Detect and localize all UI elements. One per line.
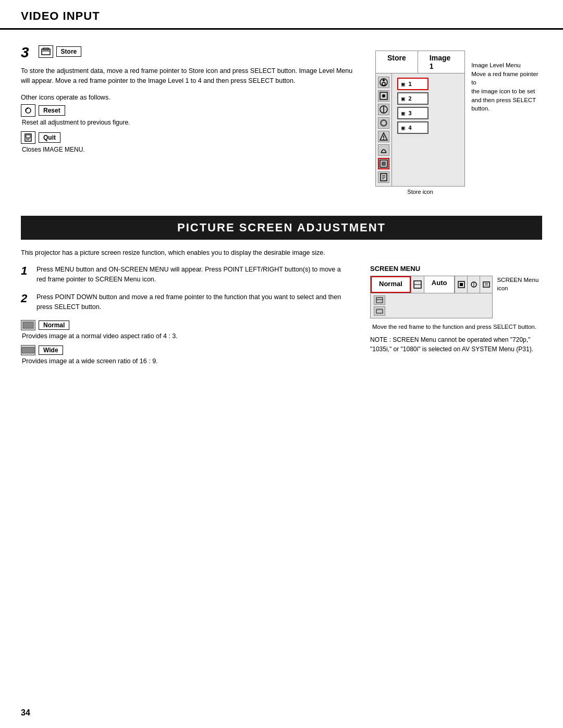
psa-intro: This projector has a picture screen resi… [21, 249, 542, 256]
psa-step2-num: 2 [21, 292, 32, 313]
psa-left: 1 Press MENU button and ON-SCREEN MENU w… [21, 265, 349, 370]
normal-label: Normal [39, 320, 69, 330]
reset-text: Reset all adjustment to previous figure. [22, 119, 354, 126]
svg-rect-41 [376, 309, 383, 310]
sm-move-text: Move the red frame to the function and p… [372, 323, 542, 331]
reset-icon [21, 104, 35, 117]
video-input-left: 3 Store To store the adjustment data, mo… [21, 45, 354, 195]
psa-header: PICTURE SCREEN ADJUSTMENT [21, 216, 542, 240]
diagram-annotation: Image Level MenuMove a red frame pointer… [471, 51, 542, 113]
svg-point-19 [383, 139, 384, 140]
quit-row: Quit [21, 131, 354, 144]
quit-icon [21, 131, 35, 144]
reset-row: Reset [21, 104, 354, 117]
svg-rect-38 [376, 298, 383, 303]
psa-step1-num: 1 [21, 265, 32, 285]
store-label: Store [56, 46, 82, 57]
psa-section: 1 Press MENU button and ON-SCREEN MENU w… [21, 265, 542, 370]
wide-desc: Provides image at a wide screen ratio of… [22, 357, 349, 365]
store-icon-label: Store icon [407, 189, 433, 195]
sm-icon-b [467, 276, 480, 293]
diag-icon-8 [378, 171, 389, 183]
diag-icon-2 [378, 90, 389, 102]
page-header: VIDEO INPUT [0, 0, 563, 30]
wide-label: Wide [39, 346, 63, 355]
diagram-levels-col: ▣ 1 ▣ 2 ▣ 3 [392, 73, 434, 186]
svg-rect-5 [26, 135, 30, 138]
psa-step2: 2 Press POINT DOWN button and move a red… [21, 292, 349, 313]
normal-desc: Provides image at a normal video aspect … [22, 332, 349, 340]
svg-point-9 [383, 79, 385, 81]
diag-icon-7 [378, 158, 389, 169]
normal-icon [21, 320, 35, 330]
store-icon-row: Store [39, 45, 82, 58]
svg-point-12 [382, 94, 385, 97]
diag-icon-5 [378, 131, 389, 142]
svg-point-10 [382, 82, 385, 85]
video-input-right: Store Image 1 [375, 45, 542, 195]
reset-label: Reset [39, 105, 65, 116]
sm-icon-c [480, 276, 492, 293]
page-number: 34 [21, 708, 30, 718]
page-title: VIDEO INPUT [21, 9, 542, 23]
store-icon [39, 45, 53, 58]
screen-menu-icon-label: SCREEN Menu icon [497, 277, 538, 291]
screen-menu-diagram: Normal Auto [370, 276, 493, 318]
screen-menu-title: SCREEN MENU [370, 265, 542, 273]
svg-rect-35 [483, 282, 489, 287]
svg-rect-28 [22, 347, 34, 353]
svg-rect-40 [376, 310, 383, 313]
sm-icon-a [455, 276, 467, 293]
wide-option-row: Wide [21, 345, 349, 355]
svg-rect-22 [382, 162, 386, 166]
psa-note: NOTE : SCREEN Menu cannot be operated wh… [370, 335, 542, 354]
sm-mid-icon [411, 276, 424, 293]
quit-text: Closes IMAGE MENU. [22, 146, 354, 153]
step3-number: 3 [21, 45, 29, 60]
sm-right-icons [455, 276, 492, 293]
normal-option-row: Normal [21, 320, 349, 330]
diag-icon-4 [378, 117, 389, 129]
store-diagram: Store Image 1 [375, 51, 465, 187]
level-2: ▣ 2 [397, 92, 429, 105]
psa-step2-text: Press POINT DOWN button and move a red f… [36, 292, 349, 313]
diagram-store-label: Store [376, 51, 418, 73]
svg-point-16 [382, 121, 386, 125]
video-input-section: 3 Store To store the adjustment data, mo… [21, 45, 542, 195]
sm-normal-cell: Normal [371, 276, 411, 293]
diag-icon-6 [378, 144, 389, 156]
screen-menu-annotation: SCREEN Menu icon [497, 276, 542, 292]
quit-label: Quit [39, 132, 60, 143]
psa-step1: 1 Press MENU button and ON-SCREEN MENU w… [21, 265, 349, 285]
other-icons-text: Other icons operate as follows. [21, 94, 354, 101]
sm-bottom-rows [371, 293, 492, 318]
diag-icon-3 [378, 104, 389, 115]
sm-bottom-icon-1 [374, 295, 385, 305]
psa-step1-text: Press MENU button and ON-SCREEN MENU wil… [36, 265, 349, 285]
sm-auto-cell: Auto [424, 276, 455, 293]
level-4: ▣ 4 [397, 121, 429, 134]
sm-bottom-icon-2 [374, 306, 385, 316]
psa-right: SCREEN MENU Normal Auto [370, 265, 542, 370]
diagram-icons-col [376, 73, 392, 186]
svg-rect-27 [23, 322, 33, 328]
level-3: ▣ 3 [397, 107, 429, 119]
svg-rect-32 [460, 283, 463, 286]
wide-icon [21, 345, 35, 355]
level-1: ▣ 1 [397, 78, 429, 90]
diagram-image-label: Image 1 [418, 51, 464, 73]
step3-text: To store the adjustment data, move a red… [21, 66, 354, 87]
diag-icon-1 [378, 77, 389, 88]
